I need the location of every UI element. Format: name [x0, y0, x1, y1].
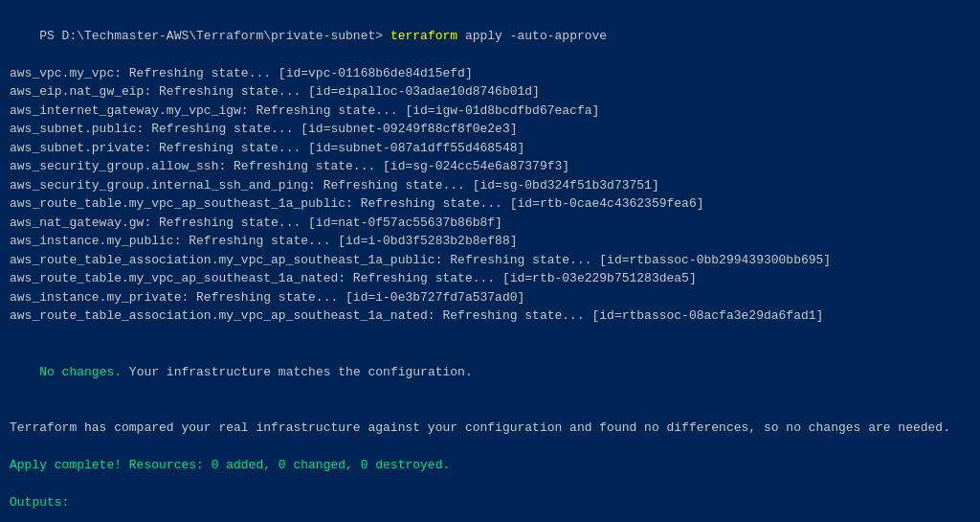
terminal: PS D:\Techmaster-AWS\Terraform\private-s… — [0, 0, 980, 522]
output-line-8: aws_route_table.my_vpc_ap_southeast_1a_p… — [10, 194, 970, 214]
output-line-9: aws_nat_gateway.gw: Refreshing state... … — [10, 214, 970, 233]
prompt-line: PS D:\Techmaster-AWS\Terraform\private-s… — [10, 8, 970, 64]
command: terraform — [390, 29, 457, 43]
output-line-3: aws_internet_gateway.my_vpc_igw: Refresh… — [10, 102, 970, 121]
terraform-compared-line: Terraform has compared your real infrast… — [10, 419, 970, 438]
output-line-10: aws_instance.my_public: Refreshing state… — [10, 232, 970, 251]
output-line-12: aws_route_table.my_vpc_ap_southeast_1a_n… — [10, 269, 970, 288]
output-line-14: aws_route_table_association.my_vpc_ap_so… — [10, 306, 970, 326]
blank-line-1 — [10, 326, 970, 345]
no-changes-line: No changes. Your infrastructure matches … — [10, 344, 970, 400]
prompt-ps: PS D:\Techmaster-AWS\Terraform\private-s… — [39, 29, 390, 43]
apply-complete-line: Apply complete! Resources: 0 added, 0 ch… — [10, 456, 970, 475]
blank-line-4 — [10, 475, 970, 494]
output-line-1: aws_vpc.my_vpc: Refreshing state... [id=… — [10, 64, 970, 83]
output-line-4: aws_subnet.public: Refreshing state... [… — [10, 120, 970, 139]
blank-line-3 — [10, 438, 970, 457]
output-line-2: aws_eip.nat_gw_eip: Refreshing state... … — [10, 82, 970, 102]
blank-line-5 — [10, 512, 970, 523]
outputs-label: Outputs: — [10, 493, 970, 512]
output-line-13: aws_instance.my_private: Refreshing stat… — [10, 288, 970, 307]
output-line-11: aws_route_table_association.my_vpc_ap_so… — [10, 251, 970, 270]
blank-line-2 — [10, 400, 970, 420]
output-line-7: aws_security_group.internal_ssh_and_ping… — [10, 176, 970, 195]
output-line-5: aws_subnet.private: Refreshing state... … — [10, 139, 970, 158]
output-line-6: aws_security_group.allow_ssh: Refreshing… — [10, 157, 970, 176]
no-changes-label: No changes. — [39, 365, 122, 379]
command-args: apply -auto-approve — [457, 29, 607, 43]
no-changes-text: Your infrastructure matches the configur… — [122, 365, 473, 379]
